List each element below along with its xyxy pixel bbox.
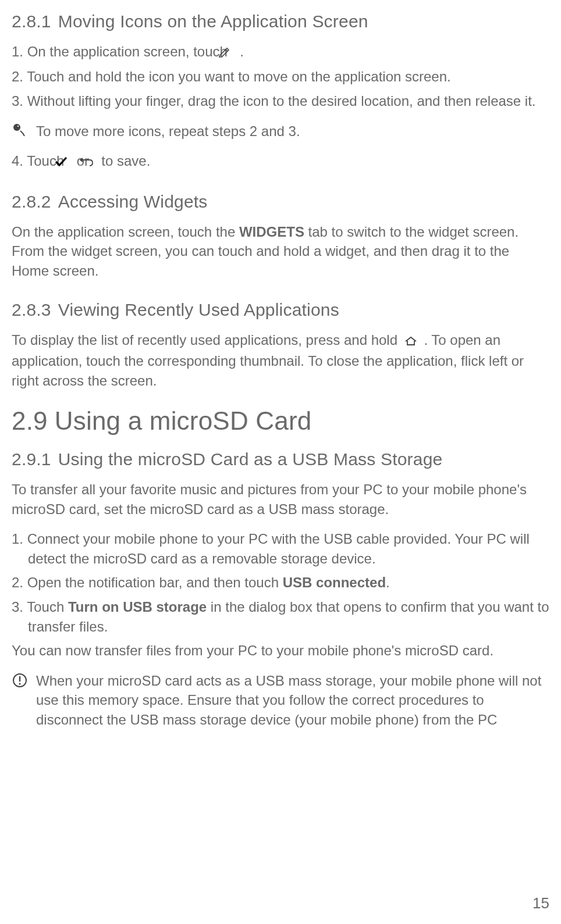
caution-icon: [12, 672, 28, 691]
step-text-tail: .: [236, 44, 244, 59]
step-text: 3. Without lifting your finger, drag the…: [12, 93, 536, 109]
step-3: 3. Touch Turn on USB storage in the dial…: [12, 597, 549, 636]
note-bullet-icon: [12, 123, 28, 140]
heading-2-9: 2.9Using a microSD Card: [12, 406, 549, 436]
para-a: On the application screen, touch the: [12, 224, 239, 240]
heading-number: 2.9: [12, 406, 48, 435]
step-text-b: .: [386, 575, 390, 590]
heading-title: Viewing Recently Used Applications: [58, 300, 339, 319]
step-3: 3. Without lifting your finger, drag the…: [12, 91, 549, 111]
step-text: 2. Touch and hold the icon you want to m…: [12, 69, 451, 84]
paragraph: To display the list of recently used app…: [12, 330, 549, 390]
heading-title: Moving Icons on the Application Screen: [58, 12, 368, 31]
heading-number: 2.8.3: [12, 300, 51, 319]
caution-text: When your microSD card acts as a USB mas…: [36, 671, 549, 730]
heading-2-8-3: 2.8.3Viewing Recently Used Applications: [12, 300, 549, 320]
after-text: You can now transfer files from your PC …: [12, 643, 493, 658]
page-number: 15: [532, 894, 549, 912]
para-a: To display the list of recently used app…: [12, 332, 402, 348]
step-2: 2. Touch and hold the icon you want to m…: [12, 67, 549, 87]
step-text-c: to save.: [98, 153, 151, 169]
heading-2-8-2: 2.8.2Accessing Widgets: [12, 192, 549, 212]
heading-number: 2.8.2: [12, 192, 51, 211]
heading-2-9-1: 2.9.1Using the microSD Card as a USB Mas…: [12, 449, 549, 469]
step-text: 1. On the application screen, touch: [12, 44, 232, 59]
step-1: 1. Connect your mobile phone to your PC …: [12, 529, 549, 568]
intro-paragraph: To transfer all your favorite music and …: [12, 480, 549, 519]
intro-text: To transfer all your favorite music and …: [12, 481, 527, 517]
heading-title: Using the microSD Card as a USB Mass Sto…: [58, 449, 443, 469]
home-icon: [404, 331, 418, 351]
step-4: 4. Touch or to save.: [12, 151, 549, 172]
paragraph: On the application screen, touch the WID…: [12, 222, 549, 281]
step-1: 1. On the application screen, touch .: [12, 42, 549, 62]
step-bold: USB connected: [283, 575, 386, 590]
after-paragraph: You can now transfer files from your PC …: [12, 641, 549, 661]
step-text-a: 3. Touch: [12, 599, 68, 615]
step-2: 2. Open the notification bar, and then t…: [12, 573, 549, 593]
heading-title: Using a microSD Card: [55, 406, 312, 435]
caution-block: When your microSD card acts as a USB mas…: [12, 671, 549, 730]
step-bold: Turn on USB storage: [68, 599, 207, 615]
svg-point-0: [13, 124, 20, 131]
heading-number: 2.8.1: [12, 12, 51, 31]
step-text-a: 2. Open the notification bar, and then t…: [12, 575, 283, 590]
svg-point-1: [17, 125, 19, 126]
heading-title: Accessing Widgets: [58, 192, 208, 211]
heading-number: 2.9.1: [12, 449, 51, 469]
svg-point-4: [19, 683, 20, 684]
note-text: To move more icons, repeat steps 2 and 3…: [36, 122, 549, 141]
step-text: 1. Connect your mobile phone to your PC …: [12, 531, 530, 566]
note-block: To move more icons, repeat steps 2 and 3…: [12, 122, 549, 141]
heading-2-8-1: 2.8.1Moving Icons on the Application Scr…: [12, 12, 549, 31]
para-bold: WIDGETS: [239, 224, 304, 240]
